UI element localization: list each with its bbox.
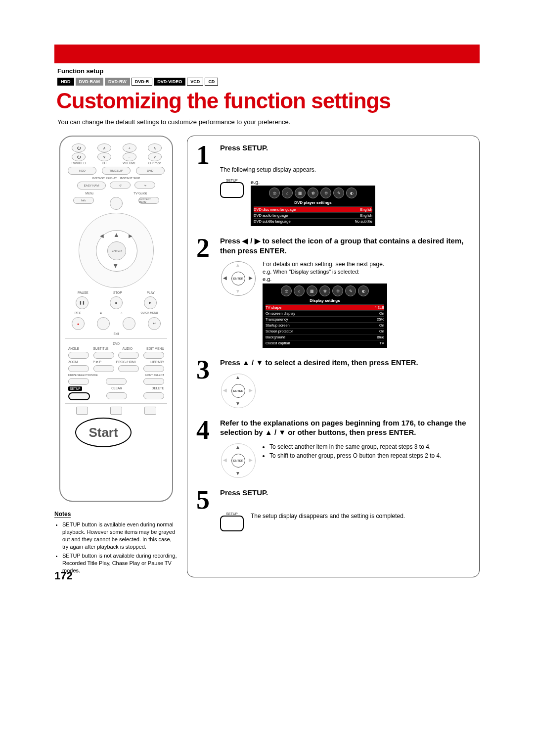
step-title: Press ◀ / ▶ to select the icon of a grou… bbox=[220, 236, 470, 255]
fmt-cd: CD bbox=[205, 78, 218, 86]
header-red-bar bbox=[54, 45, 480, 63]
step-3: 3 Press ▲ / ▼ to select a desired item, … bbox=[196, 358, 470, 408]
note-item: SETUP button is available even during no… bbox=[62, 521, 178, 550]
step-number: 3 bbox=[196, 358, 214, 382]
osd-display-settings: ◎♫▦✿⚙✎◐ Display settings TV shape4:3LB O… bbox=[263, 284, 387, 348]
step-1: 1 Press SETUP. The following setup displ… bbox=[196, 143, 470, 226]
eg-label: e.g. When "Display settings" is selected… bbox=[263, 269, 470, 275]
note-item: SETUP button is not available during rec… bbox=[62, 552, 178, 574]
format-strip: HDD DVD-RAM DVD-RW DVD-R DVD-VIDEO VCD C… bbox=[57, 78, 480, 86]
step-5: 5 Press SETUP. SETUP The setup display d… bbox=[196, 488, 470, 532]
intro-text: You can change the default settings to c… bbox=[57, 118, 480, 126]
step-title: Press SETUP. bbox=[220, 488, 470, 498]
steps-panel: 1 Press SETUP. The following setup displ… bbox=[187, 136, 480, 577]
step-4: 4 Refer to the explanations on pages beg… bbox=[196, 418, 470, 478]
step-desc: The setup display disappears and the set… bbox=[251, 512, 405, 520]
eg-label: e.g. bbox=[251, 179, 260, 185]
dpad-updown-icon: ENTER ◀ ▶ ▲ ▼ bbox=[220, 373, 256, 408]
step-2: 2 Press ◀ / ▶ to select the icon of a gr… bbox=[196, 236, 470, 348]
step-desc: For details on each setting, see the nex… bbox=[263, 260, 470, 269]
dpad-updown-icon: ENTER ◀ ▶ ▲ ▼ bbox=[220, 442, 256, 478]
fmt-dvdram: DVD-RAM bbox=[76, 78, 104, 86]
step4-bullet: To select another item in the same group… bbox=[269, 443, 442, 450]
setup-button-icon bbox=[220, 516, 244, 531]
step-title: Press SETUP. bbox=[220, 143, 470, 153]
step-number: 1 bbox=[196, 143, 214, 167]
fmt-dvdrw: DVD-RW bbox=[105, 78, 130, 86]
eg-label: e.g. bbox=[263, 276, 470, 282]
fmt-hdd: HDD bbox=[57, 78, 74, 86]
step-number: 5 bbox=[196, 488, 214, 512]
remote-illustration: ⏻⏻ TV/VIDEO ∧∨ CH +− VOLUME ∧∨ CH/Page bbox=[59, 136, 173, 502]
step-title: Refer to the explanations on pages begin… bbox=[220, 418, 470, 437]
step-desc: The following setup display appears. bbox=[220, 166, 470, 174]
section-label: Function setup bbox=[57, 67, 480, 75]
notes-heading: Notes bbox=[54, 511, 71, 518]
setup-button-icon bbox=[220, 182, 244, 198]
step-number: 2 bbox=[196, 236, 214, 260]
fmt-vcd: VCD bbox=[187, 78, 203, 86]
step-title: Press ▲ / ▼ to select a desired item, th… bbox=[220, 358, 470, 368]
step-number: 4 bbox=[196, 418, 214, 442]
step4-bullet: To shift to another group, press O butto… bbox=[269, 452, 442, 459]
page-number: 172 bbox=[54, 569, 73, 582]
osd-player-settings: ◎♫▦✿⚙✎◐ DVD player settings DVD disc men… bbox=[251, 186, 375, 226]
fmt-dvdvideo: DVD-VIDEO bbox=[154, 78, 185, 86]
dpad-leftright-icon: ENTER ◀ ▶ ▲ ▼ bbox=[220, 260, 256, 296]
page-title: Customizing the function settings bbox=[56, 89, 480, 113]
start-callout: Start bbox=[75, 418, 132, 447]
fmt-dvdr: DVD-R bbox=[132, 78, 153, 86]
notes-block: Notes SETUP button is available even dur… bbox=[54, 511, 178, 574]
